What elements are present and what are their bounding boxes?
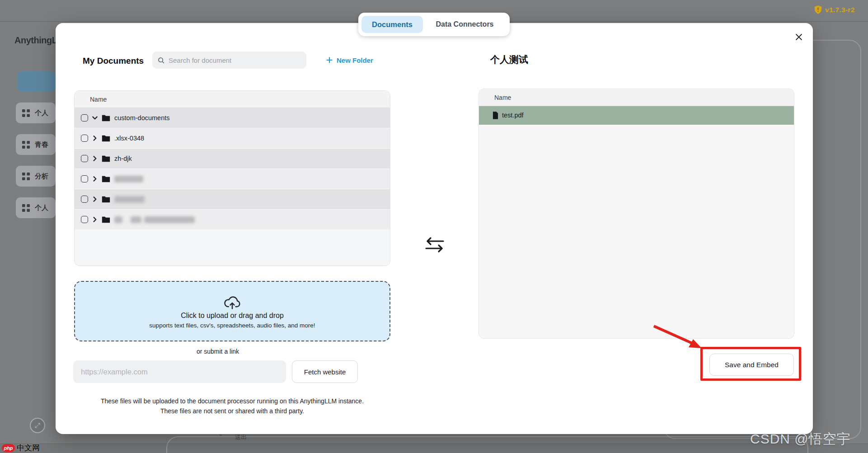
- workspace-label: 个人: [35, 109, 48, 117]
- file-name: test.pdf: [502, 112, 524, 119]
- workspace-icon: [22, 109, 30, 117]
- document-icon: [493, 112, 498, 119]
- cloud-upload-icon: [223, 294, 242, 309]
- upload-disclaimer: These files will be uploaded to the docu…: [74, 396, 390, 416]
- document-manager-modal: My Documents New Folder Name custom-docu…: [56, 23, 813, 434]
- row-checkbox[interactable]: [81, 175, 88, 182]
- disclaimer-line2: These files are not sent or shared with …: [74, 406, 390, 416]
- folder-icon: [102, 135, 110, 142]
- php-site-label: 中文网: [17, 443, 40, 453]
- new-folder-label: New Folder: [337, 56, 373, 64]
- upload-dropzone[interactable]: Click to upload or drag and drop support…: [74, 281, 390, 341]
- folder-name: zh-djk: [114, 155, 132, 162]
- background-workspace-item[interactable]: 分析: [16, 166, 56, 187]
- folder-icon: [102, 115, 110, 121]
- fetch-website-button[interactable]: Fetch website: [292, 360, 358, 383]
- workspace-title: 个人测试: [490, 53, 528, 66]
- workspace-label: 青春: [35, 140, 48, 149]
- folder-icon: [102, 196, 110, 203]
- link-url-input[interactable]: [73, 360, 286, 383]
- folder-row[interactable]: custom-documents: [75, 108, 390, 128]
- redacted-folder-name: [144, 216, 195, 223]
- folder-name: custom-documents: [114, 114, 170, 121]
- workspace-file-row[interactable]: test.pdf: [479, 106, 794, 125]
- tab-data-connectors[interactable]: Data Connectors: [423, 20, 507, 28]
- my-documents-title: My Documents: [83, 56, 144, 66]
- chevron-right-icon[interactable]: [92, 196, 98, 202]
- background-app-name: AnythingLLM: [14, 35, 56, 46]
- workspace-icon: [22, 204, 30, 212]
- shield-icon: [814, 5, 822, 14]
- redacted-folder-name: [114, 176, 143, 182]
- disclaimer-line1: These files will be uploaded to the docu…: [74, 396, 390, 406]
- close-icon: [794, 33, 803, 42]
- folder-icon: [102, 155, 110, 162]
- background-settings-button[interactable]: ⤢: [30, 418, 45, 433]
- folder-row[interactable]: [75, 189, 390, 210]
- workspace-label: 分析: [35, 172, 48, 181]
- redacted-folder-name: [114, 196, 145, 203]
- workspace-icon: [22, 172, 30, 181]
- background-workspace-item[interactable]: 个人: [16, 103, 56, 123]
- plus-icon: [326, 56, 333, 64]
- upload-title: Click to upload or drag and drop: [181, 312, 284, 320]
- version-label: v1.7.3-r2: [825, 6, 855, 14]
- or-submit-link-label: or submit a link: [74, 348, 361, 355]
- row-checkbox[interactable]: [81, 135, 88, 142]
- chevron-right-icon[interactable]: [92, 176, 98, 182]
- chevron-down-icon[interactable]: [92, 115, 98, 121]
- row-checkbox[interactable]: [81, 196, 88, 203]
- name-column-header: Name: [90, 96, 107, 103]
- local-documents-list: Name custom-documents .xlsx-0348 zh-djk: [74, 90, 390, 266]
- folder-row[interactable]: [75, 169, 390, 189]
- search-icon: [157, 56, 165, 64]
- background-app-logo: AnythingLLM: [11, 33, 56, 48]
- php-logo-badge: php: [2, 444, 15, 452]
- folder-row[interactable]: [75, 210, 390, 230]
- php-site-watermark: php 中文网: [2, 443, 40, 453]
- expand-icon: ⤢: [35, 421, 40, 430]
- chevron-right-icon[interactable]: [92, 135, 98, 141]
- move-to-workspace-icon: [424, 235, 445, 254]
- workspace-icon: [22, 140, 30, 149]
- document-search-box: [152, 51, 306, 69]
- folder-name: .xlsx-0348: [114, 135, 144, 142]
- modal-tab-bar: Documents Data Connectors: [358, 13, 510, 36]
- name-column-header: Name: [494, 94, 511, 101]
- background-send-label: 送出: [235, 433, 247, 441]
- folder-icon: [102, 216, 110, 223]
- background-new-workspace-button[interactable]: [17, 71, 56, 92]
- background-bottom-band: [0, 444, 868, 453]
- new-folder-button[interactable]: New Folder: [326, 53, 373, 67]
- folder-icon: [102, 176, 110, 182]
- folder-row[interactable]: zh-djk: [75, 149, 390, 169]
- row-checkbox[interactable]: [81, 155, 88, 162]
- search-input[interactable]: [169, 56, 301, 64]
- version-badge: v1.7.3-r2: [814, 5, 855, 14]
- tab-documents[interactable]: Documents: [361, 16, 423, 33]
- row-checkbox[interactable]: [81, 114, 88, 121]
- screen: AnythingLLM 个人 青春 分析 个人 ⤢ ⌄ 送出 v1.7.3-r2…: [0, 0, 868, 453]
- background-workspace-item[interactable]: 青春: [16, 134, 56, 155]
- redacted-folder-name: [114, 216, 122, 223]
- chevron-right-icon[interactable]: [92, 155, 98, 162]
- workspace-label: 个人: [35, 204, 48, 212]
- upload-subtitle: supports text files, csv's, spreadsheets…: [149, 322, 315, 329]
- redacted-folder-name: [131, 216, 141, 223]
- close-button[interactable]: [792, 30, 806, 44]
- row-checkbox[interactable]: [81, 216, 88, 223]
- list-header: Name: [75, 91, 390, 108]
- annotation-highlight-box: [700, 347, 801, 381]
- csdn-watermark: CSDN @悟空宇: [750, 430, 851, 448]
- list-header: Name: [479, 89, 794, 106]
- folder-row[interactable]: .xlsx-0348: [75, 128, 390, 149]
- background-workspace-item[interactable]: 个人: [16, 197, 56, 218]
- chevron-right-icon[interactable]: [92, 216, 98, 223]
- workspace-documents-list: Name test.pdf: [479, 89, 794, 339]
